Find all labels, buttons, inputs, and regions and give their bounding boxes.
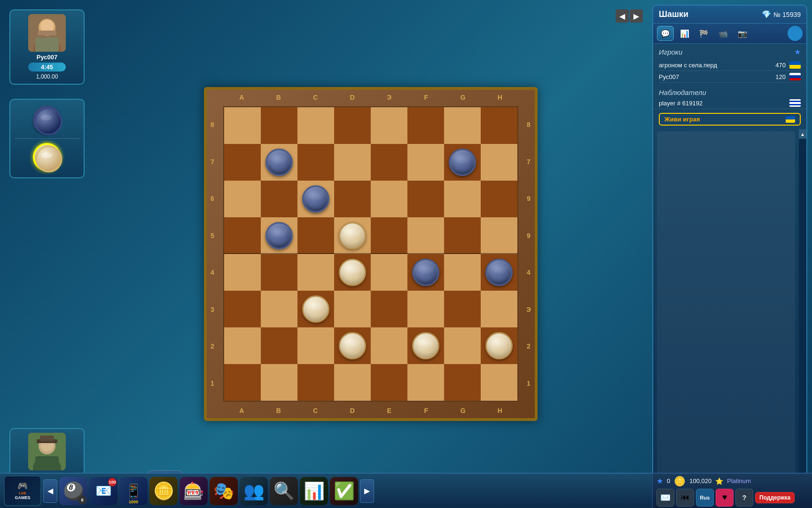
board-cell[interactable] (224, 181, 261, 217)
board-cell[interactable] (444, 107, 481, 144)
board-cell[interactable] (481, 327, 517, 364)
board-cell[interactable] (261, 144, 297, 181)
scroll-up-arrow[interactable]: ▲ (799, 129, 806, 139)
board-cell[interactable] (371, 217, 407, 254)
nav-right-arrow[interactable]: ▶ (630, 9, 643, 23)
board-cell[interactable] (407, 144, 444, 181)
board-nav-arrows[interactable]: ◀ ▶ (616, 9, 643, 23)
support-btn[interactable]: Поддержка (755, 492, 795, 503)
board-cell[interactable] (371, 291, 407, 327)
light-checker[interactable] (485, 332, 513, 359)
email-bottom-btn[interactable]: ✉️ (656, 489, 674, 507)
game-icon-players[interactable]: 👥 (240, 477, 268, 505)
board-cell[interactable] (224, 217, 261, 254)
nav-prev-btn[interactable]: ◀ (43, 479, 57, 503)
dark-checker[interactable] (265, 222, 293, 249)
board-cell[interactable] (481, 107, 517, 144)
board-cell[interactable] (334, 144, 371, 181)
dark-checker[interactable] (485, 259, 513, 286)
board-cell[interactable] (371, 107, 407, 144)
board-cell[interactable] (444, 327, 481, 364)
dark-checker[interactable] (302, 185, 329, 213)
tab-flag[interactable]: 🏁 (695, 26, 712, 41)
help-btn[interactable]: ? (735, 489, 753, 507)
board-cell[interactable] (224, 291, 261, 327)
light-checker[interactable] (302, 295, 329, 323)
board-cell[interactable] (224, 327, 261, 364)
board-cell[interactable] (261, 327, 297, 364)
dark-checker[interactable] (449, 149, 476, 176)
board-cell[interactable] (481, 181, 517, 217)
nav-next-btn[interactable]: ▶ (360, 479, 374, 503)
board-cell[interactable] (261, 181, 297, 217)
board-cell[interactable] (371, 254, 407, 291)
tab-photo[interactable]: 📷 (734, 26, 751, 41)
light-checker[interactable] (339, 222, 366, 249)
light-checker[interactable] (412, 332, 439, 359)
tab-stats[interactable]: 📊 (676, 26, 693, 41)
board-cell[interactable] (371, 364, 407, 401)
board-cell[interactable] (371, 144, 407, 181)
board-cell[interactable] (297, 181, 334, 217)
board-cell[interactable] (224, 144, 261, 181)
board-cell[interactable] (334, 254, 371, 291)
board-cell[interactable] (334, 181, 371, 217)
board-cell[interactable] (334, 291, 371, 327)
board-cell[interactable] (444, 217, 481, 254)
board-cell[interactable] (407, 291, 444, 327)
board-cell[interactable] (261, 217, 297, 254)
board-cell[interactable] (334, 364, 371, 401)
board-cell[interactable] (371, 327, 407, 364)
game-icon-coin[interactable]: 🪙 (149, 477, 178, 505)
heart-btn[interactable]: ♥ (716, 489, 734, 507)
board-cell[interactable] (407, 364, 444, 401)
board-cell[interactable] (407, 217, 444, 254)
game-icon-search[interactable]: 🔍 (270, 477, 298, 505)
game-icon-slots[interactable]: 🎰 (180, 477, 208, 505)
light-checker[interactable] (339, 332, 366, 359)
board-cell[interactable] (224, 254, 261, 291)
game-icon-chart[interactable]: 📊 (300, 477, 328, 505)
board-cell[interactable] (481, 144, 517, 181)
board-cell[interactable] (224, 107, 261, 144)
board-cell[interactable] (297, 107, 334, 144)
light-checker[interactable] (339, 259, 366, 286)
board-cell[interactable] (444, 254, 481, 291)
board-cell[interactable] (297, 327, 334, 364)
board-cell[interactable] (444, 364, 481, 401)
nav-left-arrow[interactable]: ◀ (616, 9, 629, 23)
board-cell[interactable] (261, 291, 297, 327)
board-cell[interactable] (407, 107, 444, 144)
board-cell[interactable] (444, 291, 481, 327)
dark-checker[interactable] (265, 149, 293, 176)
dark-checker[interactable] (412, 259, 439, 286)
board-cell[interactable] (481, 364, 517, 401)
board-cell[interactable] (297, 364, 334, 401)
board-cell[interactable] (261, 254, 297, 291)
board-cell[interactable] (297, 291, 334, 327)
board-cell[interactable] (334, 327, 371, 364)
board-cell[interactable] (481, 217, 517, 254)
board-cell[interactable] (224, 364, 261, 401)
board-cell[interactable] (407, 254, 444, 291)
lang-btn[interactable]: Rus (696, 489, 714, 507)
game-icon-dice[interactable]: 🎭 (210, 477, 238, 505)
board-cell[interactable] (444, 144, 481, 181)
board-cell[interactable] (261, 364, 297, 401)
board-cell[interactable] (297, 254, 334, 291)
board-cell[interactable] (407, 181, 444, 217)
game-icon-checklist[interactable]: ✅ (330, 477, 358, 505)
board-cell[interactable] (334, 107, 371, 144)
board-cell[interactable] (297, 144, 334, 181)
board-cell[interactable] (407, 327, 444, 364)
board-cell[interactable] (481, 254, 517, 291)
chat-scrollbar[interactable]: ▲ ▼ (799, 129, 806, 483)
board-cell[interactable] (371, 181, 407, 217)
board-cell[interactable] (297, 217, 334, 254)
board-cell[interactable] (481, 291, 517, 327)
rewind-btn[interactable]: ⏮ (676, 489, 694, 507)
tab-chat[interactable]: 💬 (657, 26, 674, 41)
board-cell[interactable] (334, 217, 371, 254)
board-cell[interactable] (444, 181, 481, 217)
tab-video[interactable]: 📹 (715, 26, 732, 41)
